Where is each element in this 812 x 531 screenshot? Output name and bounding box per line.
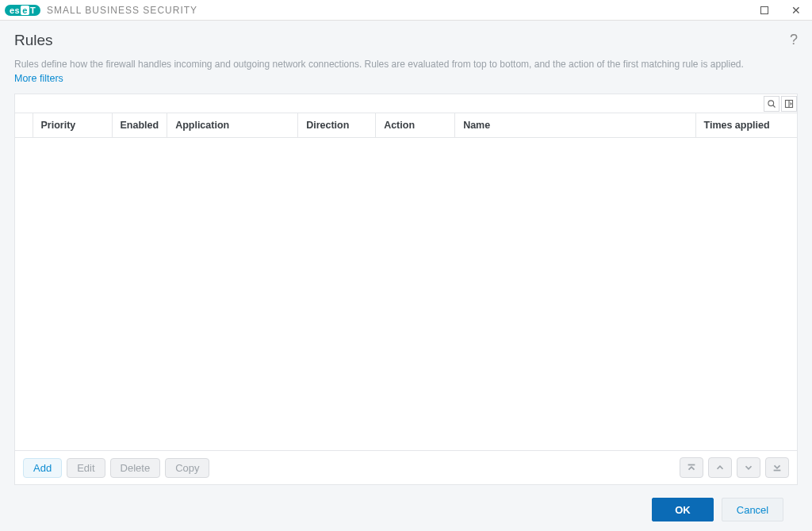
logo-right: T	[30, 6, 36, 15]
page-description: Rules define how the firewall handles in…	[14, 59, 798, 70]
content-area: ? Rules Rules define how the firewall ha…	[0, 21, 812, 531]
col-enabled[interactable]: Enabled	[112, 113, 167, 138]
logo-mid: e	[21, 6, 29, 15]
col-name[interactable]: Name	[455, 113, 695, 138]
maximize-icon	[760, 6, 768, 14]
edit-button[interactable]: Edit	[67, 458, 105, 478]
chevron-up-icon	[714, 462, 726, 473]
window-maximize-button[interactable]	[749, 0, 780, 21]
rules-table-body	[15, 138, 797, 450]
logo-left: es	[10, 6, 20, 15]
ok-button[interactable]: OK	[652, 498, 714, 521]
product-name: SMALL BUSINESS SECURITY	[47, 5, 197, 16]
col-application[interactable]: Application	[167, 113, 298, 138]
move-bottom-button[interactable]	[765, 457, 789, 478]
titlebar: eseT SMALL BUSINESS SECURITY ✕	[0, 0, 812, 21]
columns-button[interactable]	[781, 96, 797, 112]
eset-logo-badge: eseT	[5, 5, 40, 16]
col-action[interactable]: Action	[376, 113, 455, 138]
move-top-icon	[686, 462, 697, 473]
chevron-down-icon	[743, 462, 754, 473]
move-down-button[interactable]	[737, 457, 760, 478]
search-bar	[15, 94, 797, 113]
page-footer: OK Cancel	[14, 485, 798, 531]
page-title: Rules	[14, 32, 798, 49]
col-direction[interactable]: Direction	[298, 113, 376, 138]
add-button[interactable]: Add	[23, 458, 62, 478]
table-header-row: Priority Enabled Application Direction A…	[15, 113, 797, 138]
search-button[interactable]	[764, 96, 779, 112]
move-top-button[interactable]	[680, 457, 703, 478]
more-filters-link[interactable]: More filters	[14, 73, 798, 84]
move-bottom-icon	[772, 462, 783, 473]
panel-footer: Add Edit Delete Copy	[15, 450, 797, 484]
close-icon: ✕	[791, 5, 801, 16]
col-priority[interactable]: Priority	[33, 113, 112, 138]
delete-button[interactable]: Delete	[110, 458, 161, 478]
cancel-button[interactable]: Cancel	[722, 498, 783, 521]
copy-button[interactable]: Copy	[165, 458, 209, 478]
rules-panel: Priority Enabled Application Direction A…	[14, 94, 798, 485]
window-close-button[interactable]: ✕	[780, 0, 812, 21]
svg-line-1	[773, 105, 776, 107]
columns-icon	[784, 99, 794, 109]
product-logo: eseT SMALL BUSINESS SECURITY	[5, 5, 197, 16]
search-icon	[767, 99, 776, 109]
rules-table: Priority Enabled Application Direction A…	[15, 113, 797, 138]
help-button[interactable]: ?	[790, 32, 798, 48]
col-times-applied[interactable]: Times applied	[695, 113, 797, 138]
col-checkbox[interactable]	[15, 113, 33, 138]
search-input[interactable]	[15, 94, 764, 113]
svg-point-0	[768, 100, 774, 105]
move-up-button[interactable]	[708, 457, 732, 478]
